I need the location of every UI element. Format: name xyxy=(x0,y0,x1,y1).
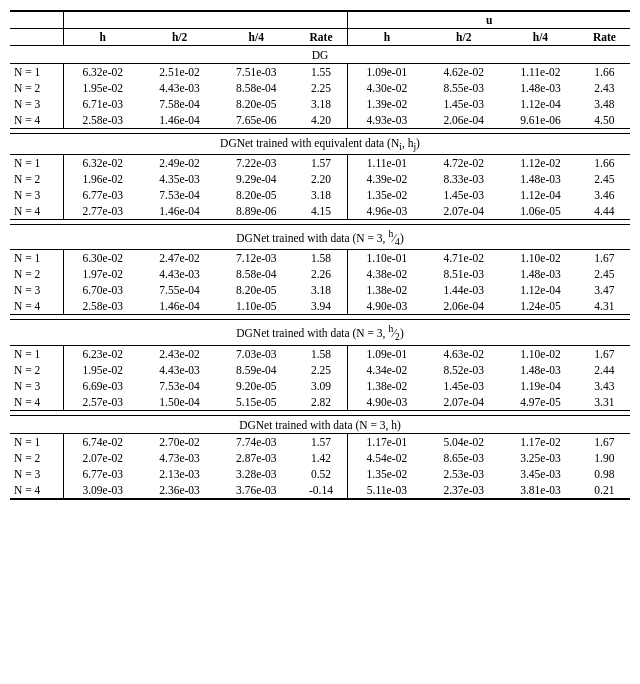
data-cell: 8.51e-03 xyxy=(425,266,502,282)
data-cell: 2.49e-02 xyxy=(141,155,218,172)
data-cell: 3.25e-03 xyxy=(502,450,579,466)
data-cell: 2.25 xyxy=(295,362,348,378)
data-cell: 8.89e-06 xyxy=(218,203,295,220)
col-h4: h/4 xyxy=(218,29,295,46)
data-cell: 1.12e-04 xyxy=(502,282,579,298)
data-cell: 4.20 xyxy=(295,112,348,129)
rho-group-header xyxy=(64,11,348,29)
data-cell: 1.95e-02 xyxy=(64,80,141,96)
data-cell: 1.95e-02 xyxy=(64,362,141,378)
data-cell: 1.17e-02 xyxy=(502,433,579,450)
data-cell: 1.67 xyxy=(579,250,630,267)
data-cell: 1.12e-02 xyxy=(502,155,579,172)
data-cell: 3.47 xyxy=(579,282,630,298)
data-cell: 4.62e-02 xyxy=(425,64,502,81)
data-cell: 2.37e-03 xyxy=(425,482,502,499)
n-label: N = 4 xyxy=(10,394,64,411)
n-label: N = 2 xyxy=(10,450,64,466)
data-cell: 1.44e-03 xyxy=(425,282,502,298)
data-cell: 2.70e-02 xyxy=(141,433,218,450)
data-cell: 6.32e-02 xyxy=(64,64,141,81)
section-title-row: DGNet trained with data (N = 3, h⁄2) xyxy=(10,320,630,345)
data-cell: 9.29e-04 xyxy=(218,171,295,187)
data-cell: 2.20 xyxy=(295,171,348,187)
data-cell: 3.48 xyxy=(579,96,630,112)
data-cell: 7.03e-03 xyxy=(218,345,295,362)
table-row: N = 16.32e-022.49e-027.22e-031.571.11e-0… xyxy=(10,155,630,172)
n-label: N = 3 xyxy=(10,378,64,394)
data-cell: 1.48e-03 xyxy=(502,266,579,282)
data-cell: 2.43e-02 xyxy=(141,345,218,362)
col-rate1: Rate xyxy=(295,29,348,46)
data-cell: 1.66 xyxy=(579,64,630,81)
data-cell: 1.57 xyxy=(295,433,348,450)
data-cell: 6.23e-02 xyxy=(64,345,141,362)
data-cell: 1.42 xyxy=(295,450,348,466)
data-cell: 7.65e-06 xyxy=(218,112,295,129)
n-label: N = 2 xyxy=(10,362,64,378)
table-row: N = 21.95e-024.43e-038.59e-042.254.34e-0… xyxy=(10,362,630,378)
data-cell: 1.19e-04 xyxy=(502,378,579,394)
data-cell: 4.43e-03 xyxy=(141,266,218,282)
data-cell: 2.07e-02 xyxy=(64,450,141,466)
table-row: N = 21.95e-024.43e-038.58e-042.254.30e-0… xyxy=(10,80,630,96)
table-row: N = 36.70e-037.55e-048.20e-053.181.38e-0… xyxy=(10,282,630,298)
section-title-2: DGNet trained with data (N = 3, h⁄4) xyxy=(10,225,630,250)
n-label: N = 4 xyxy=(10,112,64,129)
data-cell: 1.10e-02 xyxy=(502,250,579,267)
n-label: N = 4 xyxy=(10,298,64,315)
data-cell: 4.15 xyxy=(295,203,348,220)
data-cell: 4.30e-02 xyxy=(348,80,425,96)
data-cell: 1.45e-03 xyxy=(425,96,502,112)
data-cell: 1.96e-02 xyxy=(64,171,141,187)
data-cell: 8.33e-03 xyxy=(425,171,502,187)
data-cell: 1.48e-03 xyxy=(502,362,579,378)
section-title-row: DGNet trained with equivalent data (Ni, … xyxy=(10,134,630,155)
data-cell: 3.43 xyxy=(579,378,630,394)
data-cell: 8.65e-03 xyxy=(425,450,502,466)
table-row: N = 42.58e-031.46e-047.65e-064.204.93e-0… xyxy=(10,112,630,129)
data-table: u h h/2 h/4 Rate h h/2 h/4 Rate DGN = 16… xyxy=(10,10,630,500)
data-cell: 2.07e-04 xyxy=(425,203,502,220)
data-cell: 2.26 xyxy=(295,266,348,282)
table-row: N = 36.69e-037.53e-049.20e-053.091.38e-0… xyxy=(10,378,630,394)
data-cell: 2.43 xyxy=(579,80,630,96)
data-cell: 1.48e-03 xyxy=(502,171,579,187)
table-row: N = 21.97e-024.43e-038.58e-042.264.38e-0… xyxy=(10,266,630,282)
data-cell: 8.58e-04 xyxy=(218,266,295,282)
data-cell: 3.81e-03 xyxy=(502,482,579,499)
col-h4b: h/4 xyxy=(502,29,579,46)
data-cell: 6.69e-03 xyxy=(64,378,141,394)
data-cell: 4.96e-03 xyxy=(348,203,425,220)
data-cell: 2.77e-03 xyxy=(64,203,141,220)
n-label: N = 1 xyxy=(10,345,64,362)
main-container: u h h/2 h/4 Rate h h/2 h/4 Rate DGN = 16… xyxy=(10,10,630,500)
n-label: N = 4 xyxy=(10,203,64,220)
data-cell: 2.13e-03 xyxy=(141,466,218,482)
data-cell: 1.58 xyxy=(295,345,348,362)
data-cell: 2.57e-03 xyxy=(64,394,141,411)
n-label: N = 3 xyxy=(10,187,64,203)
data-cell: 3.09 xyxy=(295,378,348,394)
n-label: N = 2 xyxy=(10,266,64,282)
data-cell: 2.51e-02 xyxy=(141,64,218,81)
n-label: N = 4 xyxy=(10,482,64,499)
data-cell: 7.12e-03 xyxy=(218,250,295,267)
data-cell: 6.77e-03 xyxy=(64,187,141,203)
col-h2b: h/2 xyxy=(425,29,502,46)
data-cell: 6.32e-02 xyxy=(64,155,141,172)
col-rate2: Rate xyxy=(579,29,630,46)
data-cell: 1.17e-01 xyxy=(348,433,425,450)
data-cell: 3.18 xyxy=(295,187,348,203)
data-cell: 9.20e-05 xyxy=(218,378,295,394)
n-label: N = 1 xyxy=(10,155,64,172)
data-cell: 1.90 xyxy=(579,450,630,466)
n-label: N = 1 xyxy=(10,433,64,450)
n-label: N = 1 xyxy=(10,250,64,267)
table-row: N = 42.57e-031.50e-045.15e-052.824.90e-0… xyxy=(10,394,630,411)
empty-header xyxy=(10,11,64,29)
data-cell: 1.97e-02 xyxy=(64,266,141,282)
data-cell: 1.58 xyxy=(295,250,348,267)
section-title-3: DGNet trained with data (N = 3, h⁄2) xyxy=(10,320,630,345)
data-cell: 1.12e-04 xyxy=(502,96,579,112)
